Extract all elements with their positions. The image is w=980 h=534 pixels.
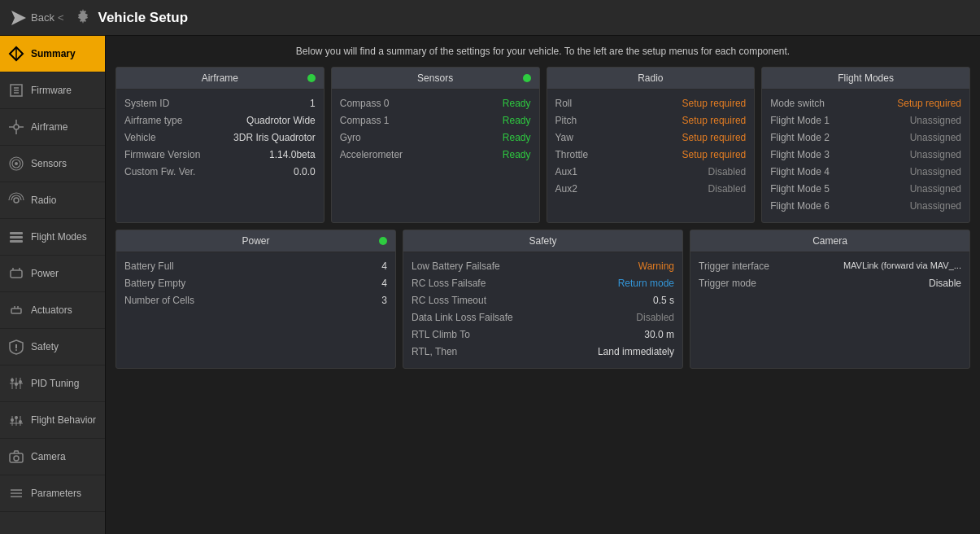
sidebar-item-radio[interactable]: Radio: [0, 182, 105, 219]
airframe-row-firmware: Firmware Version 1.14.0beta: [124, 147, 316, 162]
sidebar-item-firmware[interactable]: Firmware: [0, 72, 105, 109]
card-airframe-header: Airframe: [116, 68, 324, 90]
safety-row-low-battery: Low Battery Failsafe Warning: [412, 259, 674, 274]
card-power-body: Battery Full 4 Battery Empty 4 Number of…: [116, 252, 395, 317]
svg-point-34: [19, 380, 22, 383]
sidebar-label-actuators: Actuators: [31, 304, 72, 316]
card-radio-body: Roll Setup required Pitch Setup required…: [547, 90, 755, 205]
safety-row-rtl-climb: RTL Climb To 30.0 m: [412, 327, 674, 342]
plane-icon: [10, 9, 28, 27]
sidebar-item-sensors[interactable]: Sensors: [0, 146, 105, 182]
sidebar-item-safety[interactable]: Safety: [0, 329, 105, 365]
sidebar-item-airframe[interactable]: Airframe: [0, 109, 105, 146]
sidebar-label-camera: Camera: [31, 451, 66, 462]
card-camera-header: Camera: [690, 230, 969, 252]
svg-rect-19: [10, 240, 23, 243]
sidebar-label-flight-modes: Flight Modes: [31, 231, 87, 243]
pid-icon: [7, 374, 26, 393]
fm-row-mode-switch: Mode switch Setup required: [770, 96, 961, 111]
radio-row-throttle: Throttle Setup required: [555, 147, 747, 162]
card-sensors-header: Sensors: [332, 68, 539, 90]
layout: Summary Firmware Airframe Sensors Radio: [0, 36, 980, 534]
power-status-dot: [379, 237, 387, 245]
sidebar: Summary Firmware Airframe Sensors Radio: [0, 36, 106, 534]
svg-point-33: [15, 383, 18, 386]
card-airframe-title: Airframe: [202, 72, 238, 84]
card-flight-modes-title: Flight Modes: [838, 72, 894, 84]
card-camera-body: Trigger interface MAVLink (forward via M…: [690, 252, 969, 300]
svg-rect-17: [10, 232, 23, 234]
sensors-row-compass0: Compass 0 Ready: [340, 96, 531, 111]
sidebar-label-safety: Safety: [31, 341, 59, 352]
card-safety-body: Low Battery Failsafe Warning RC Loss Fai…: [403, 252, 682, 368]
svg-point-41: [19, 420, 22, 423]
card-airframe-body: System ID 1 Airframe type Quadrotor Wide…: [116, 90, 324, 188]
sidebar-item-summary[interactable]: Summary: [0, 36, 105, 72]
fm-row-6: Flight Mode 6 Unassigned: [770, 199, 961, 213]
card-camera: Camera Trigger interface MAVLink (forwar…: [690, 230, 970, 369]
svg-rect-18: [10, 236, 23, 239]
sidebar-label-sensors: Sensors: [31, 158, 67, 169]
sidebar-item-actuators[interactable]: Actuators: [0, 292, 105, 329]
power-icon: [7, 264, 26, 283]
radio-row-yaw: Yaw Setup required: [555, 130, 747, 145]
card-power-title: Power: [242, 235, 269, 247]
card-airframe: Airframe System ID 1 Airframe type Quadr…: [115, 67, 324, 223]
radio-row-aux2: Aux2 Disabled: [555, 182, 747, 196]
card-sensors-body: Compass 0 Ready Compass 1 Ready Gyro Rea…: [332, 90, 539, 171]
sidebar-label-power: Power: [31, 268, 59, 279]
main-content: Below you will find a summary of the set…: [106, 36, 980, 534]
sidebar-label-flight-behavior: Flight Behavior: [31, 414, 96, 426]
airframe-status-dot: [307, 74, 316, 82]
airframe-row-systemid: System ID 1: [124, 96, 316, 111]
svg-rect-23: [11, 309, 21, 313]
radio-row-pitch: Pitch Setup required: [555, 113, 747, 128]
svg-point-16: [14, 198, 19, 203]
fm-row-2: Flight Mode 2 Unassigned: [770, 130, 961, 145]
sensors-row-compass1: Compass 1 Ready: [340, 113, 531, 128]
safety-row-data-link: Data Link Loss Failsafe Disabled: [412, 310, 674, 325]
actuators-icon: [7, 300, 26, 320]
sidebar-item-parameters[interactable]: Parameters: [0, 475, 105, 512]
card-safety-header: Safety: [403, 230, 682, 252]
main-description: Below you will find a summary of the set…: [115, 46, 970, 57]
camera-row-trigger-interface: Trigger interface MAVLink (forward via M…: [699, 259, 961, 274]
svg-rect-20: [11, 270, 22, 278]
airframe-row-type: Airframe type Quadrotor Wide: [124, 113, 316, 128]
airframe-icon: [7, 117, 26, 137]
sidebar-item-flight-modes[interactable]: Flight Modes: [0, 219, 105, 256]
svg-marker-0: [11, 11, 26, 25]
summary-icon: [7, 44, 26, 63]
safety-row-rc-loss: RC Loss Failsafe Return mode: [412, 276, 674, 291]
fm-row-1: Flight Mode 1 Unassigned: [770, 113, 961, 128]
svg-point-8: [14, 125, 19, 129]
sidebar-item-power[interactable]: Power: [0, 256, 105, 292]
sidebar-item-flight-behavior[interactable]: Flight Behavior: [0, 402, 105, 439]
sidebar-item-pid-tuning[interactable]: PID Tuning: [0, 365, 105, 402]
sidebar-item-camera[interactable]: Camera: [0, 439, 105, 475]
fm-row-3: Flight Mode 3 Unassigned: [770, 147, 961, 162]
card-flight-modes-body: Mode switch Setup required Flight Mode 1…: [762, 90, 969, 222]
svg-point-39: [11, 418, 14, 422]
card-radio-header: Radio: [547, 68, 755, 90]
card-radio-title: Radio: [638, 72, 663, 84]
radio-icon: [7, 190, 26, 210]
card-safety-title: Safety: [529, 235, 556, 247]
safety-row-rtl-then: RTL, Then Land immediately: [412, 344, 674, 359]
card-radio: Radio Roll Setup required Pitch Setup re…: [547, 67, 756, 223]
sidebar-label-airframe: Airframe: [31, 121, 68, 133]
power-row-num-cells: Number of Cells 3: [124, 293, 387, 308]
card-power: Power Battery Full 4 Battery Empty 4 Num…: [115, 230, 396, 369]
back-button[interactable]: Back <: [10, 9, 68, 27]
fm-row-5: Flight Mode 5 Unassigned: [770, 182, 961, 196]
card-camera-title: Camera: [812, 235, 847, 247]
svg-point-43: [14, 456, 19, 461]
card-flight-modes-header: Flight Modes: [762, 68, 969, 90]
radio-row-aux1: Aux1 Disabled: [555, 164, 747, 179]
power-row-battery-full: Battery Full 4: [124, 259, 387, 274]
sidebar-label-summary: Summary: [31, 48, 76, 59]
airframe-row-vehicle: Vehicle 3DR Iris Quadrotor: [124, 130, 316, 145]
safety-icon: [7, 337, 26, 357]
sidebar-label-pid-tuning: PID Tuning: [31, 378, 79, 389]
safety-row-rc-timeout: RC Loss Timeout 0.5 s: [412, 293, 674, 308]
